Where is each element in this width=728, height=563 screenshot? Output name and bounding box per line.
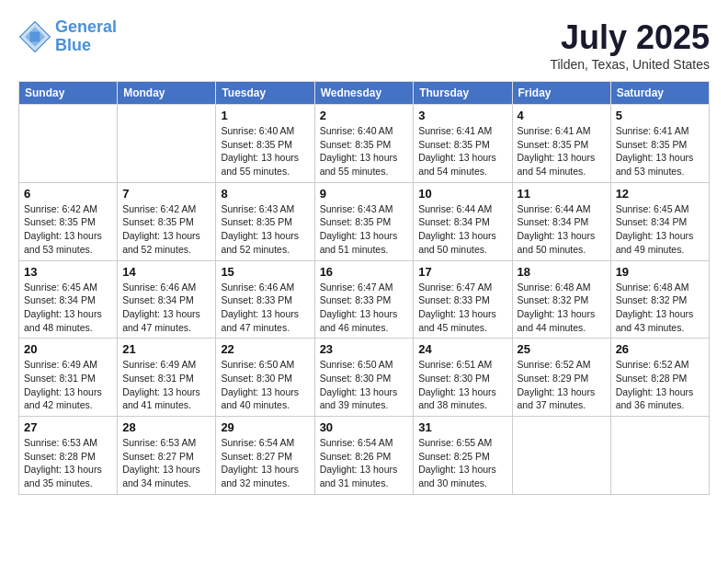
day-number: 24 <box>418 342 506 356</box>
day-info: Sunrise: 6:54 AMSunset: 8:26 PMDaylight:… <box>320 436 409 490</box>
day-number: 11 <box>518 187 606 201</box>
day-cell-25: 25Sunrise: 6:52 AMSunset: 8:29 PMDayligh… <box>512 339 610 417</box>
day-cell-4: 4Sunrise: 6:41 AMSunset: 8:35 PMDaylight… <box>512 105 610 183</box>
day-info: Sunrise: 6:53 AMSunset: 8:28 PMDaylight:… <box>24 436 112 490</box>
day-number: 2 <box>320 109 409 122</box>
logo-text: General Blue <box>55 18 117 55</box>
weekday-header-saturday: Saturday <box>610 82 709 105</box>
day-number: 22 <box>221 342 309 356</box>
day-number: 6 <box>24 187 112 201</box>
day-cell-6: 6Sunrise: 6:42 AMSunset: 8:35 PMDaylight… <box>19 182 118 260</box>
day-cell-30: 30Sunrise: 6:54 AMSunset: 8:26 PMDayligh… <box>314 417 414 495</box>
day-info: Sunrise: 6:49 AMSunset: 8:31 PMDaylight:… <box>24 358 112 412</box>
empty-cell <box>512 417 610 495</box>
day-cell-15: 15Sunrise: 6:46 AMSunset: 8:33 PMDayligh… <box>216 260 314 339</box>
day-info: Sunrise: 6:45 AMSunset: 8:34 PMDaylight:… <box>24 281 112 335</box>
day-number: 19 <box>616 265 704 279</box>
day-cell-29: 29Sunrise: 6:54 AMSunset: 8:27 PMDayligh… <box>216 417 314 495</box>
day-number: 17 <box>418 265 506 279</box>
empty-cell <box>118 105 216 183</box>
day-cell-12: 12Sunrise: 6:45 AMSunset: 8:34 PMDayligh… <box>610 182 709 260</box>
week-row-2: 6Sunrise: 6:42 AMSunset: 8:35 PMDaylight… <box>19 182 710 260</box>
day-number: 30 <box>320 420 409 434</box>
day-info: Sunrise: 6:47 AMSunset: 8:33 PMDaylight:… <box>418 281 506 335</box>
page-header: General Blue July 2025 Tilden, Texas, Un… <box>18 18 710 72</box>
day-cell-31: 31Sunrise: 6:55 AMSunset: 8:25 PMDayligh… <box>414 417 512 495</box>
day-info: Sunrise: 6:44 AMSunset: 8:34 PMDaylight:… <box>418 202 506 257</box>
day-info: Sunrise: 6:40 AMSunset: 8:35 PMDaylight:… <box>320 124 409 178</box>
day-number: 28 <box>122 420 210 434</box>
day-cell-11: 11Sunrise: 6:44 AMSunset: 8:34 PMDayligh… <box>512 182 610 260</box>
day-cell-14: 14Sunrise: 6:46 AMSunset: 8:34 PMDayligh… <box>118 260 216 339</box>
day-number: 3 <box>418 109 506 122</box>
day-info: Sunrise: 6:53 AMSunset: 8:27 PMDaylight:… <box>122 436 210 490</box>
day-cell-18: 18Sunrise: 6:48 AMSunset: 8:32 PMDayligh… <box>512 260 610 339</box>
day-number: 29 <box>221 420 309 434</box>
day-cell-27: 27Sunrise: 6:53 AMSunset: 8:28 PMDayligh… <box>19 417 118 495</box>
day-number: 14 <box>122 265 210 279</box>
day-info: Sunrise: 6:44 AMSunset: 8:34 PMDaylight:… <box>518 202 606 257</box>
day-info: Sunrise: 6:42 AMSunset: 8:35 PMDaylight:… <box>122 202 210 257</box>
day-info: Sunrise: 6:48 AMSunset: 8:32 PMDaylight:… <box>518 281 606 335</box>
weekday-header-monday: Monday <box>118 82 216 105</box>
day-info: Sunrise: 6:46 AMSunset: 8:34 PMDaylight:… <box>122 281 210 335</box>
day-info: Sunrise: 6:52 AMSunset: 8:29 PMDaylight:… <box>518 358 606 412</box>
day-info: Sunrise: 6:41 AMSunset: 8:35 PMDaylight:… <box>518 124 606 178</box>
day-info: Sunrise: 6:48 AMSunset: 8:32 PMDaylight:… <box>616 281 704 335</box>
day-cell-20: 20Sunrise: 6:49 AMSunset: 8:31 PMDayligh… <box>19 339 118 417</box>
day-number: 20 <box>24 342 112 356</box>
day-cell-8: 8Sunrise: 6:43 AMSunset: 8:35 PMDaylight… <box>216 182 314 260</box>
day-cell-23: 23Sunrise: 6:50 AMSunset: 8:30 PMDayligh… <box>314 339 414 417</box>
day-number: 13 <box>24 265 112 279</box>
day-cell-9: 9Sunrise: 6:43 AMSunset: 8:35 PMDaylight… <box>314 182 414 260</box>
day-info: Sunrise: 6:42 AMSunset: 8:35 PMDaylight:… <box>24 202 112 257</box>
week-row-4: 20Sunrise: 6:49 AMSunset: 8:31 PMDayligh… <box>19 339 710 417</box>
month-title: July 2025 <box>550 18 710 57</box>
day-number: 1 <box>221 109 309 122</box>
day-cell-24: 24Sunrise: 6:51 AMSunset: 8:30 PMDayligh… <box>414 339 512 417</box>
day-cell-1: 1Sunrise: 6:40 AMSunset: 8:35 PMDaylight… <box>216 105 314 183</box>
day-number: 23 <box>320 342 409 356</box>
day-cell-17: 17Sunrise: 6:47 AMSunset: 8:33 PMDayligh… <box>414 260 512 339</box>
day-info: Sunrise: 6:47 AMSunset: 8:33 PMDaylight:… <box>320 281 409 335</box>
week-row-1: 1Sunrise: 6:40 AMSunset: 8:35 PMDaylight… <box>19 105 710 183</box>
day-info: Sunrise: 6:46 AMSunset: 8:33 PMDaylight:… <box>221 281 309 335</box>
day-number: 26 <box>616 342 704 356</box>
weekday-header-friday: Friday <box>512 82 610 105</box>
day-number: 21 <box>122 342 210 356</box>
weekday-header-sunday: Sunday <box>19 82 118 105</box>
day-info: Sunrise: 6:49 AMSunset: 8:31 PMDaylight:… <box>122 358 210 412</box>
day-number: 9 <box>320 187 409 201</box>
day-number: 5 <box>616 109 704 122</box>
empty-cell <box>610 417 709 495</box>
day-cell-22: 22Sunrise: 6:50 AMSunset: 8:30 PMDayligh… <box>216 339 314 417</box>
day-cell-2: 2Sunrise: 6:40 AMSunset: 8:35 PMDaylight… <box>314 105 414 183</box>
day-cell-21: 21Sunrise: 6:49 AMSunset: 8:31 PMDayligh… <box>118 339 216 417</box>
day-info: Sunrise: 6:54 AMSunset: 8:27 PMDaylight:… <box>221 436 309 490</box>
day-number: 8 <box>221 187 309 201</box>
weekday-header-row: SundayMondayTuesdayWednesdayThursdayFrid… <box>19 82 710 105</box>
logo: General Blue <box>18 18 117 55</box>
logo-icon <box>18 20 51 53</box>
day-number: 12 <box>616 187 704 201</box>
day-info: Sunrise: 6:55 AMSunset: 8:25 PMDaylight:… <box>418 436 506 490</box>
day-info: Sunrise: 6:43 AMSunset: 8:35 PMDaylight:… <box>320 202 409 257</box>
day-info: Sunrise: 6:45 AMSunset: 8:34 PMDaylight:… <box>616 202 704 257</box>
day-info: Sunrise: 6:50 AMSunset: 8:30 PMDaylight:… <box>320 358 409 412</box>
day-cell-26: 26Sunrise: 6:52 AMSunset: 8:28 PMDayligh… <box>610 339 709 417</box>
day-cell-28: 28Sunrise: 6:53 AMSunset: 8:27 PMDayligh… <box>118 417 216 495</box>
day-info: Sunrise: 6:52 AMSunset: 8:28 PMDaylight:… <box>616 358 704 412</box>
day-info: Sunrise: 6:51 AMSunset: 8:30 PMDaylight:… <box>418 358 506 412</box>
day-number: 10 <box>418 187 506 201</box>
day-cell-3: 3Sunrise: 6:41 AMSunset: 8:35 PMDaylight… <box>414 105 512 183</box>
day-number: 4 <box>518 109 606 122</box>
day-number: 27 <box>24 420 112 434</box>
day-info: Sunrise: 6:41 AMSunset: 8:35 PMDaylight:… <box>418 124 506 178</box>
day-info: Sunrise: 6:50 AMSunset: 8:30 PMDaylight:… <box>221 358 309 412</box>
day-number: 31 <box>418 420 506 434</box>
day-cell-19: 19Sunrise: 6:48 AMSunset: 8:32 PMDayligh… <box>610 260 709 339</box>
day-info: Sunrise: 6:43 AMSunset: 8:35 PMDaylight:… <box>221 202 309 257</box>
empty-cell <box>19 105 118 183</box>
day-number: 15 <box>221 265 309 279</box>
weekday-header-wednesday: Wednesday <box>314 82 414 105</box>
